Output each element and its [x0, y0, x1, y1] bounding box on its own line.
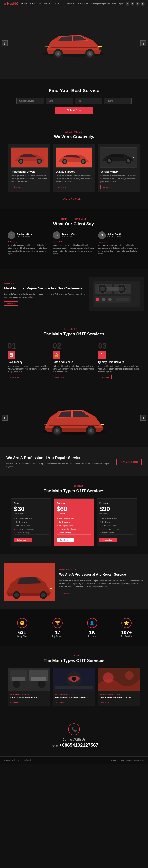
express-feature-2: Oil Changing [57, 520, 91, 524]
check-profile-link[interactable]: Check Our Profile → [64, 198, 85, 201]
blog-img-2 [53, 668, 95, 691]
service-btn-1[interactable]: View More [8, 375, 21, 379]
svg-point-25 [127, 159, 130, 163]
blog-meta-3: Service • October 19, 2013 [100, 693, 138, 695]
youtube-icon[interactable]: y [141, 2, 145, 6]
service-select-input[interactable] [16, 98, 44, 104]
services-grid: 01 📈 Save money wek asistiblec auto repu… [4, 342, 144, 380]
select-btn-premium[interactable]: Select plan → [99, 538, 117, 542]
nav-hours: 8 am - 10 pm [112, 3, 123, 5]
price-period-basic: Per Month [14, 513, 49, 515]
wwd-card-3-text: Lorem ipsum at et accelerate ridiculus e… [101, 175, 137, 183]
footer-link-contact[interactable]: Contact Us [134, 759, 144, 761]
twitter-icon[interactable]: t [131, 2, 135, 6]
wwd-card-1-btn[interactable]: View More [11, 185, 24, 189]
svg-point-35 [119, 286, 124, 291]
pr2-btn[interactable]: View More [59, 591, 73, 595]
nav-blog[interactable]: BLOG+ [54, 3, 62, 5]
wwd-card-3-btn[interactable]: View More [101, 185, 114, 189]
service-text-3: wek asistiblec auto repute shop repoin w… [98, 365, 140, 374]
blog-category-1: Service [10, 693, 16, 695]
svg-point-48 [89, 429, 92, 432]
most-popular-text: OUR SERVICE Most Popular Repair Service … [4, 282, 84, 306]
read-more-1[interactable]: Read More → [10, 702, 22, 704]
wwd-card-2-btn[interactable]: View More [56, 185, 69, 189]
nav-contact[interactable]: CONTACT+ [64, 3, 75, 5]
testi-text-1: Nam quis at accumsan ridiculus sollicitu… [8, 244, 50, 255]
dot-1[interactable] [69, 259, 73, 260]
svg-point-72 [125, 671, 134, 680]
testi-section-label: OUR TESTIMONIAL [4, 218, 144, 220]
phone-input[interactable] [104, 98, 132, 104]
service-btn-2[interactable]: View More [53, 375, 66, 379]
its-title: The Main Types Of IT Services [4, 332, 144, 337]
testi-text-3: Nam quis at accumsan ridiculus sollicitu… [98, 244, 140, 255]
svg-point-71 [103, 672, 114, 683]
blog-date-1: October 19, 2013 [17, 693, 31, 695]
blog-body-2: Service • October 19, 2013 Suspendisse V… [53, 691, 95, 706]
svg-point-61 [13, 680, 20, 688]
service-icon-3: ⏱ [98, 351, 106, 359]
blog-label: OUR BLOG [4, 655, 144, 657]
price-plan-premium: Premium [99, 502, 134, 504]
time-input[interactable] [75, 98, 102, 104]
facebook-icon[interactable]: f [125, 2, 130, 6]
instagram-icon[interactable]: in [136, 2, 140, 6]
blog-cards: Service • October 19, 2013 Alian Placera… [4, 668, 144, 706]
footer: Hash & Hash 2023 | Developed. About Us O… [0, 756, 148, 764]
submit-button[interactable]: Submit Now [54, 107, 94, 114]
wwd-card-2-title: Quality Support [56, 170, 92, 173]
service-btn-3[interactable]: View More [98, 375, 112, 379]
price-card-express: Express $60 Per Month Parts replacement … [54, 498, 94, 546]
hero-next-arrow[interactable]: ❯ [140, 40, 146, 46]
view-project-btn[interactable]: View More Project [116, 459, 142, 465]
top-service-icon: ⭐ [121, 618, 132, 628]
select-btn-express[interactable]: Select plan → [57, 538, 74, 542]
happy-client-icon: 😊 [17, 618, 27, 628]
read-more-3[interactable]: Read More → [100, 702, 112, 704]
svg-rect-8 [45, 45, 49, 47]
testi-card-1: D Daniyel Vitrey CEO & Founder ★★★★★ Nam… [8, 231, 50, 255]
pricing-cards: Basic $30 Per Month Parts replacement Oi… [4, 498, 144, 546]
testi-avatar-1: D Daniyel Vitrey CEO & Founder [8, 231, 50, 239]
pr2-title: We Are A Professional Ato Repair Service [59, 572, 144, 577]
nav-social-icons: f t in y [125, 2, 145, 6]
read-more-2[interactable]: Read More → [55, 702, 67, 704]
phone-icon: 📞 [71, 726, 77, 732]
pro-repair2-text: Our Project We Are A Professional Ato Re… [59, 568, 144, 595]
dot-2[interactable] [75, 259, 79, 260]
top-user-num: 1K [87, 630, 97, 635]
nav-about[interactable]: ABOUT US [30, 3, 41, 5]
svg-point-62 [38, 680, 46, 688]
nav-pages[interactable]: PAGES+ [43, 3, 52, 5]
pro-repair-section: We Are A Professional Ato Repair Service… [0, 447, 148, 476]
car2-prev-arrow[interactable]: ❮ [2, 414, 8, 421]
footer-link-services[interactable]: Our Services [121, 759, 132, 761]
svg-point-37 [96, 298, 99, 301]
avatar-1: D [8, 231, 15, 239]
select-btn-basic[interactable]: Select plan → [14, 538, 32, 542]
blog-card-2: Service • October 19, 2013 Suspendisse V… [53, 668, 95, 706]
footer-link-about[interactable]: About Us [111, 759, 119, 761]
hero-prev-arrow[interactable]: ❮ [2, 40, 8, 46]
happy-client-label: Happy Client [16, 635, 28, 638]
top-user-label: Top User [87, 635, 97, 638]
express-feature-4: Brake & Tire Change [57, 527, 91, 531]
price-amount-express: $60 [57, 505, 91, 513]
blog-title-1: Alian Placerat Suspension [10, 696, 48, 699]
date-input[interactable] [46, 98, 73, 104]
premium-feature-4: Brake & Tire Change [99, 527, 134, 531]
mp-btn[interactable]: View More [4, 301, 18, 306]
testi-avatar-2: D Daniyel Vitrey CEO & Founder [53, 231, 95, 239]
premium-feature-1: Parts replacement [99, 517, 134, 520]
contact-phone-number[interactable]: +88654132127567 [60, 742, 98, 748]
svg-rect-26 [133, 157, 135, 158]
price-features-express: Parts replacement Oil Changing Tire repl… [57, 517, 91, 535]
pricing-section: OUR PRICING The Main Types Of IT Service… [0, 476, 148, 554]
svg-point-13 [20, 160, 23, 163]
nav-home[interactable]: HOME [21, 3, 28, 5]
car2-next-arrow[interactable]: ❯ [140, 414, 146, 421]
nav-links: HOME ABOUT US PAGES+ BLOG+ CONTACT+ [21, 3, 75, 5]
blog-category-2: Service [55, 693, 61, 695]
brand-logo[interactable]: ⊞ HashiC [3, 2, 18, 6]
